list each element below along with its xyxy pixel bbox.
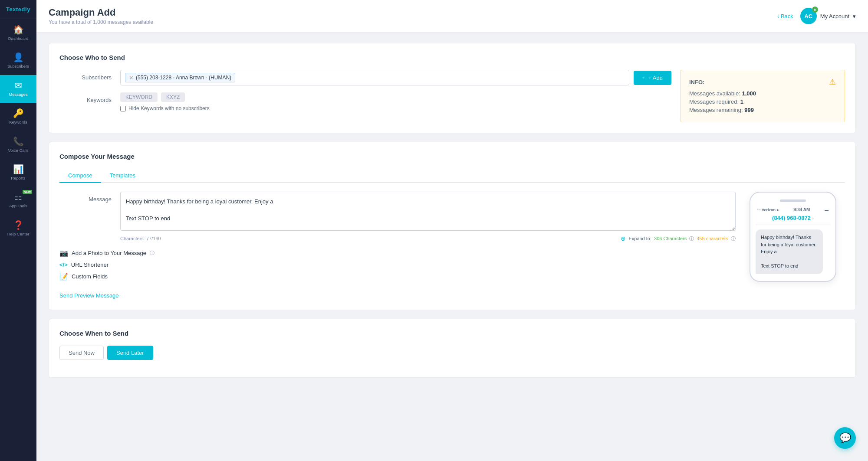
compose-tabs: Compose Templates — [59, 169, 845, 183]
hide-keywords-label: Hide Keywords with no subscribers — [128, 105, 210, 111]
phone-number-header: (844) 968-0872 › — [756, 215, 830, 225]
phone-message-bubble: Happy birthday! Thanks for being a loyal… — [756, 229, 823, 274]
phone-time: 9:34 AM — [793, 207, 810, 212]
new-badge: NEW — [23, 190, 32, 194]
sidebar-item-keywords[interactable]: 🔑 Keywords — [0, 103, 36, 131]
subscribers-field: ✕ (555) 203-1228 - Anna Brown - (HUMAN) … — [120, 70, 671, 85]
sidebar-item-voice-calls[interactable]: 📞 Voice Calls — [0, 131, 36, 159]
expand-label: Expand to: — [628, 236, 651, 241]
custom-fields-option[interactable]: 📝 Custom Fields — [59, 272, 736, 281]
url-shortener-label: URL Shortener — [71, 262, 108, 268]
phone-mockup: ··· Verizon ▸ 9:34 AM ▬ (844) 968-0872 ›… — [750, 192, 836, 282]
phone-carrier: ··· Verizon ▸ — [757, 208, 779, 212]
page-title: Campaign Add — [49, 7, 153, 18]
info-title: INFO: — [689, 79, 704, 85]
sidebar-item-messages[interactable]: ✉ Messages — [0, 75, 36, 103]
message-options: 📷 Add a Photo to Your Message ⓘ </> URL … — [59, 249, 736, 281]
hide-keywords-checkbox[interactable] — [120, 106, 126, 111]
account-button[interactable]: AC 0 My Account ▾ — [800, 8, 856, 24]
header-left: Campaign Add You have a total of 1,000 m… — [49, 7, 153, 25]
account-label: My Account — [820, 13, 849, 20]
choose-who-section: Choose Who to Send Subscribers ✕ (555) 2… — [49, 43, 856, 133]
custom-fields-label: Custom Fields — [72, 273, 108, 280]
keywords-label: Keywords — [59, 92, 112, 103]
message-field: Characters: 77/160 ⊕ Expand to: 306 Char… — [120, 192, 736, 242]
add-photo-label: Add a Photo to Your Message — [72, 250, 146, 256]
camera-icon: 📷 — [59, 249, 68, 257]
sidebar-item-app-tools[interactable]: NEW ⚏ App Tools — [0, 186, 36, 214]
send-later-tab[interactable]: Send Later — [107, 346, 153, 360]
reports-icon: 📊 — [13, 165, 24, 173]
subscriber-tag: ✕ (555) 203-1228 - Anna Brown - (HUMAN) — [125, 73, 235, 82]
tab-templates[interactable]: Templates — [101, 169, 144, 183]
custom-fields-icon: 📝 — [59, 272, 68, 281]
add-subscriber-button[interactable]: + + Add — [634, 71, 671, 85]
add-photo-option[interactable]: 📷 Add a Photo to Your Message ⓘ — [59, 249, 736, 257]
keyword-pill-2[interactable]: KXYZ — [161, 92, 185, 102]
schedule-title: Choose When to Send — [59, 330, 845, 337]
phone-icon: 📞 — [13, 137, 24, 146]
home-icon: 🏠 — [13, 25, 24, 34]
page-content: Choose Who to Send Subscribers ✕ (555) 2… — [36, 33, 868, 461]
page-subtitle: You have a total of 1,000 messages avail… — [49, 19, 153, 25]
message-label: Message — [59, 192, 112, 203]
chars-306-link[interactable]: 306 Characters — [654, 236, 687, 241]
phone-status-bar: ··· Verizon ▸ 9:34 AM ▬ — [756, 207, 830, 212]
chars-455-link[interactable]: 455 characters — [697, 236, 728, 241]
messages-remaining-row: Messages remaining: 999 — [689, 107, 836, 113]
help-icon: ❓ — [13, 221, 24, 229]
main-content: Campaign Add You have a total of 1,000 m… — [36, 0, 868, 461]
keywords-row: Keywords KEYWORD KXYZ Hide Keywords with… — [59, 92, 671, 111]
message-textarea[interactable] — [120, 192, 736, 231]
photo-info-icon: ⓘ — [150, 250, 155, 256]
sidebar-item-subscribers[interactable]: 👤 Subscribers — [0, 47, 36, 75]
app-tools-icon: ⚏ — [14, 193, 22, 201]
info-box: INFO: ⚠ Messages available: 1,000 Messag… — [680, 70, 845, 122]
send-now-tab[interactable]: Send Now — [59, 346, 104, 360]
url-icon: </> — [59, 262, 68, 268]
schedule-tabs: Send Now Send Later — [59, 346, 845, 360]
warning-icon: ⚠ — [829, 77, 836, 87]
plus-icon: + — [642, 75, 646, 81]
sidebar-item-help-center[interactable]: ❓ Help Center — [0, 215, 36, 242]
chars-455-info-icon: ⓘ — [731, 235, 736, 242]
back-button[interactable]: ‹ Back — [777, 13, 793, 20]
url-shortener-option[interactable]: </> URL Shortener — [59, 262, 736, 268]
char-count-row: Characters: 77/160 ⊕ Expand to: 306 Char… — [120, 235, 736, 242]
keyword-pill-1[interactable]: KEYWORD — [120, 92, 158, 102]
char-count: Characters: 77/160 — [120, 236, 161, 241]
avatar: AC 0 — [800, 8, 817, 24]
avatar-notification-badge: 0 — [812, 7, 818, 13]
tag-remove-icon[interactable]: ✕ — [129, 75, 134, 81]
keywords-list: KEYWORD KXYZ — [120, 92, 671, 102]
message-row: Message Characters: 77/160 ⊕ Expand to: … — [59, 192, 736, 242]
sidebar-item-reports[interactable]: 📊 Reports — [0, 159, 36, 186]
subscribers-input[interactable]: ✕ (555) 203-1228 - Anna Brown - (HUMAN) — [120, 70, 629, 85]
compose-layout: Message Characters: 77/160 ⊕ Expand to: … — [59, 192, 845, 282]
sidebar-item-dashboard[interactable]: 🏠 Dashboard — [0, 19, 36, 47]
tab-compose[interactable]: Compose — [59, 169, 101, 183]
keywords-icon: 🔑 — [13, 109, 24, 118]
phone-preview: ··· Verizon ▸ 9:34 AM ▬ (844) 968-0872 ›… — [750, 192, 845, 282]
phone-signal-icon: ▬ — [825, 208, 829, 212]
add-button-label: + Add — [648, 75, 663, 81]
subscribers-icon: 👤 — [13, 53, 24, 62]
compose-section: Compose Your Message Compose Templates M… — [49, 142, 856, 310]
logo: Textedly — [0, 0, 36, 19]
choose-who-title: Choose Who to Send — [59, 54, 845, 61]
messages-icon: ✉ — [15, 81, 22, 90]
chat-button[interactable]: 💬 — [834, 427, 856, 449]
phone-notch — [780, 199, 806, 202]
info-box-header: INFO: ⚠ — [689, 77, 836, 87]
schedule-section: Choose When to Send Send Now Send Later — [49, 319, 856, 378]
compose-title: Compose Your Message — [59, 153, 845, 160]
send-preview-link[interactable]: Send Preview Message — [59, 292, 119, 299]
messages-available-row: Messages available: 1,000 — [689, 90, 836, 97]
chars-306-info-icon: ⓘ — [689, 235, 694, 242]
hide-keywords-row: Hide Keywords with no subscribers — [120, 105, 671, 111]
subscribers-row: Subscribers ✕ (555) 203-1228 - Anna Brow… — [59, 70, 671, 85]
expand-icon: ⊕ — [621, 235, 626, 242]
chat-icon: 💬 — [839, 432, 851, 444]
page-header: Campaign Add You have a total of 1,000 m… — [36, 0, 868, 33]
phone-chevron-icon: › — [812, 216, 814, 221]
